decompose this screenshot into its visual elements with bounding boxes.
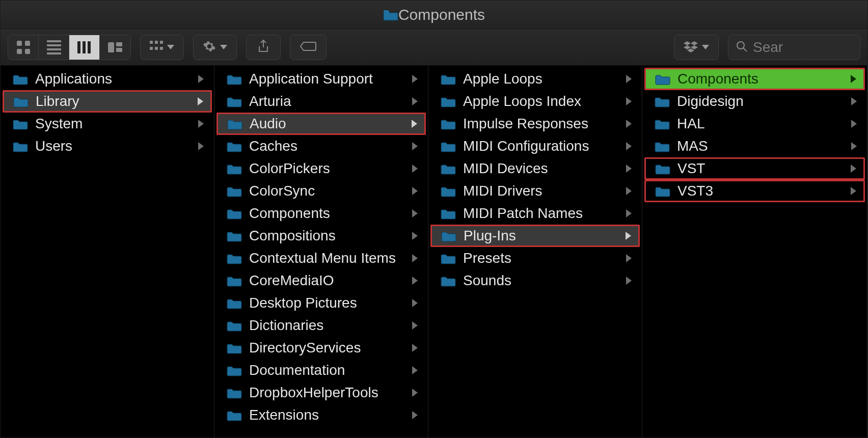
folder-icon <box>441 73 456 85</box>
list-item[interactable]: VST3 <box>644 180 865 202</box>
list-item[interactable]: CoreMediaIO <box>216 269 426 292</box>
titlebar[interactable]: Components <box>1 1 867 29</box>
chevron-right-icon <box>626 232 631 240</box>
item-label: Apple Loops <box>463 71 619 87</box>
list-item[interactable]: Dictionaries <box>216 314 426 337</box>
list-item[interactable]: Application Support <box>216 68 426 90</box>
chevron-right-icon <box>412 209 418 217</box>
folder-icon <box>227 140 242 152</box>
list-item[interactable]: Audio <box>216 113 426 135</box>
chevron-right-icon <box>412 321 418 330</box>
chevron-right-icon <box>626 277 632 285</box>
chevron-right-icon <box>851 75 856 83</box>
list-item[interactable]: MIDI Drivers <box>430 180 640 202</box>
list-item[interactable]: System <box>3 113 212 135</box>
chevron-right-icon <box>851 97 857 105</box>
item-label: ColorSync <box>249 183 405 199</box>
list-item[interactable]: HAL <box>644 113 865 135</box>
svg-marker-7 <box>691 41 698 45</box>
list-item[interactable]: Desktop Pictures <box>216 292 426 314</box>
list-item[interactable]: Applications <box>3 68 212 90</box>
list-item[interactable]: Plug-Ins <box>430 225 640 247</box>
folder-icon <box>655 162 670 175</box>
svg-point-11 <box>737 42 744 49</box>
folder-icon <box>13 95 29 107</box>
folder-icon <box>655 185 670 197</box>
svg-rect-2 <box>160 41 163 44</box>
folder-icon <box>227 162 242 175</box>
group-by-button[interactable] <box>140 35 184 60</box>
search-field[interactable] <box>728 35 860 60</box>
action-menu-button[interactable] <box>193 35 237 60</box>
chevron-right-icon <box>626 187 632 195</box>
list-item[interactable]: Impulse Responses <box>430 113 640 135</box>
search-icon <box>736 40 748 54</box>
list-item[interactable]: DropboxHelperTools <box>216 381 426 404</box>
folder-icon <box>227 207 242 220</box>
item-label: MAS <box>677 138 844 154</box>
chevron-right-icon <box>412 411 418 419</box>
list-item[interactable]: Apple Loops <box>430 68 640 90</box>
folder-icon <box>227 230 242 242</box>
list-item[interactable]: Components <box>216 202 426 225</box>
item-label: Presets <box>463 250 619 266</box>
view-list-button[interactable] <box>39 35 69 60</box>
item-label: Arturia <box>249 93 405 110</box>
column-0[interactable]: ApplicationsLibrarySystemUsers <box>1 66 214 437</box>
search-input[interactable] <box>753 39 845 56</box>
share-icon <box>257 39 269 56</box>
item-label: MIDI Configurations <box>463 138 619 154</box>
chevron-right-icon <box>198 142 204 150</box>
list-item[interactable]: Sounds <box>430 269 640 292</box>
chevron-right-icon <box>412 165 418 173</box>
chevron-down-icon <box>167 45 174 49</box>
chevron-right-icon <box>851 187 856 195</box>
list-item[interactable]: Compositions <box>216 225 426 247</box>
view-column-button[interactable] <box>69 35 100 60</box>
chevron-right-icon <box>412 366 418 374</box>
chevron-right-icon <box>851 142 857 150</box>
chevron-right-icon <box>626 97 632 105</box>
list-item[interactable]: Extensions <box>216 404 426 426</box>
item-label: MIDI Drivers <box>463 183 619 199</box>
list-item[interactable]: DirectoryServices <box>216 337 426 359</box>
list-item[interactable]: Components <box>644 68 865 90</box>
item-label: MIDI Devices <box>463 160 619 177</box>
column-1[interactable]: Application SupportArturiaAudioCachesCol… <box>214 66 428 437</box>
list-item[interactable]: Digidesign <box>644 90 865 113</box>
list-item[interactable]: Arturia <box>216 90 426 113</box>
svg-marker-6 <box>684 41 691 45</box>
view-gallery-button[interactable] <box>100 35 130 60</box>
list-item[interactable]: Caches <box>216 135 426 157</box>
column-3[interactable]: ComponentsDigidesignHALMASVSTVST3 <box>642 66 867 437</box>
share-button[interactable] <box>246 35 281 60</box>
item-label: Users <box>35 138 191 154</box>
list-item[interactable]: MAS <box>644 135 865 157</box>
finder-window: Components <box>0 0 868 438</box>
item-label: VST <box>677 160 844 177</box>
item-label: CoreMediaIO <box>249 272 405 289</box>
list-item[interactable]: MIDI Patch Names <box>430 202 640 225</box>
folder-icon <box>227 409 242 421</box>
list-item[interactable]: Documentation <box>216 359 426 381</box>
view-icon-button[interactable] <box>8 35 39 60</box>
folder-icon <box>441 162 456 175</box>
list-item[interactable]: Users <box>3 135 212 157</box>
list-item[interactable]: ColorPickers <box>216 157 426 180</box>
list-item[interactable]: Library <box>3 90 212 113</box>
item-label: Contextual Menu Items <box>249 250 405 266</box>
list-item[interactable]: ColorSync <box>216 180 426 202</box>
list-item[interactable]: Apple Loops Index <box>430 90 640 113</box>
list-item[interactable]: VST <box>644 157 865 180</box>
tags-button[interactable] <box>290 35 327 60</box>
list-item[interactable]: MIDI Configurations <box>430 135 640 157</box>
item-label: Sounds <box>463 272 619 289</box>
folder-icon <box>227 252 242 264</box>
chevron-right-icon <box>412 232 418 240</box>
svg-marker-8 <box>684 45 691 49</box>
column-2[interactable]: Apple LoopsApple Loops IndexImpulse Resp… <box>428 66 642 437</box>
list-item[interactable]: Presets <box>430 247 640 269</box>
list-item[interactable]: MIDI Devices <box>430 157 640 180</box>
dropbox-button[interactable] <box>674 35 719 60</box>
list-item[interactable]: Contextual Menu Items <box>216 247 426 269</box>
